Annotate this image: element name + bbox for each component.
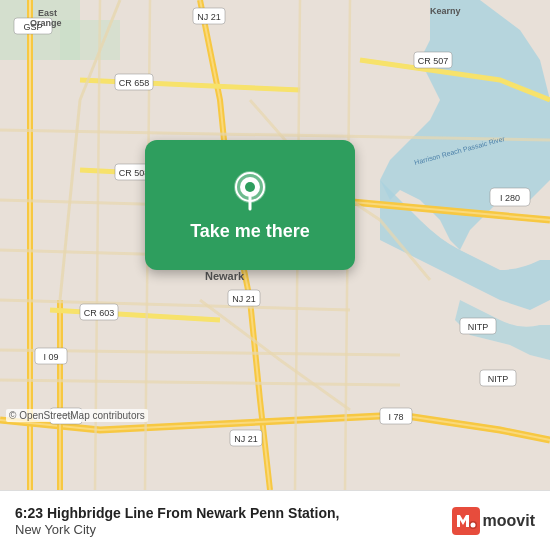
map-attribution: © OpenStreetMap contributors — [6, 409, 148, 422]
take-me-card[interactable]: Take me there — [145, 140, 355, 270]
svg-text:CR 603: CR 603 — [84, 308, 115, 318]
svg-text:NJ 21: NJ 21 — [197, 12, 221, 22]
svg-text:NJ 21: NJ 21 — [232, 294, 256, 304]
svg-text:NJ 21: NJ 21 — [234, 434, 258, 444]
route-subtitle: New York City — [15, 522, 452, 537]
bottom-bar: 6:23 Highbridge Line From Newark Penn St… — [0, 490, 550, 550]
moovit-brand-icon — [452, 507, 480, 535]
svg-text:NITP: NITP — [468, 322, 489, 332]
svg-text:CR 507: CR 507 — [418, 56, 449, 66]
svg-point-48 — [245, 182, 255, 192]
take-me-button[interactable]: Take me there — [190, 221, 310, 242]
svg-text:Kearny: Kearny — [430, 6, 461, 16]
map-container: GSP NJ 21 NJ 21 NJ 21 CR 658 CR 508 CR 6… — [0, 0, 550, 490]
svg-text:CR 658: CR 658 — [119, 78, 150, 88]
bottom-text: 6:23 Highbridge Line From Newark Penn St… — [15, 504, 452, 537]
svg-text:Newark: Newark — [205, 270, 245, 282]
svg-text:Orange: Orange — [30, 18, 62, 28]
route-title: 6:23 Highbridge Line From Newark Penn St… — [15, 504, 452, 522]
svg-text:I 280: I 280 — [500, 193, 520, 203]
svg-text:I 09: I 09 — [43, 352, 58, 362]
svg-point-52 — [470, 522, 475, 527]
svg-text:NITP: NITP — [488, 374, 509, 384]
svg-text:East: East — [38, 8, 57, 18]
moovit-brand-name: moovit — [483, 512, 535, 530]
moovit-logo: moovit — [452, 507, 535, 535]
svg-text:I 78: I 78 — [388, 412, 403, 422]
location-pin-icon — [228, 169, 272, 213]
